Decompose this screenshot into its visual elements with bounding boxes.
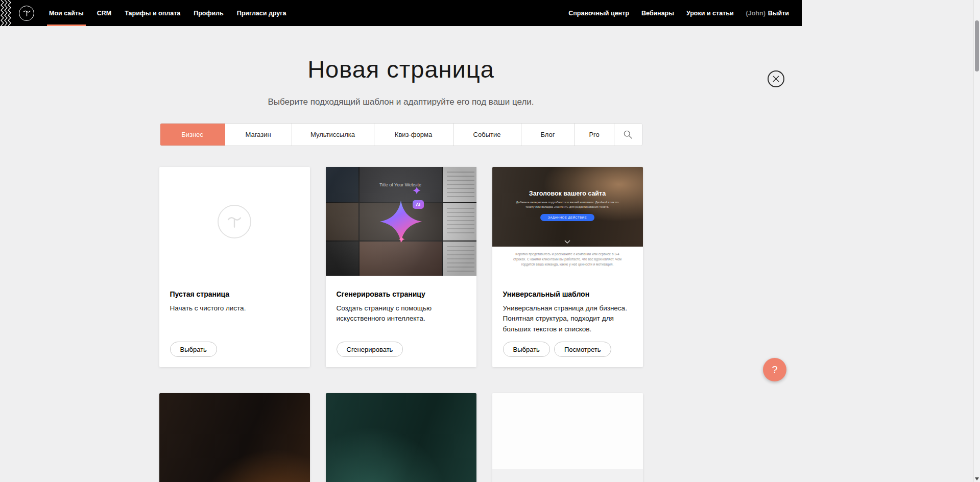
template-card-partial [326, 393, 476, 482]
tab-event[interactable]: Событие [453, 124, 521, 146]
help-button[interactable]: ? [763, 358, 786, 381]
user-name: (John) [746, 10, 766, 17]
logout-link[interactable]: Выйти [768, 10, 789, 17]
tab-multilink[interactable]: Мультиссылка [292, 124, 374, 146]
ai-badge: AI [413, 200, 424, 209]
card-actions: Выбрать [170, 342, 299, 357]
templates-grid: Пустая страница Начать с чистого листа. … [159, 167, 643, 482]
tab-quiz-form[interactable]: Квиз-форма [374, 124, 453, 146]
tilda-logo-icon [22, 9, 31, 17]
app-window: Мои сайты CRM Тарифы и оплата Профиль Пр… [0, 0, 802, 482]
template-thumbnail: Заголовок вашего сайта Добавьте интересн… [492, 167, 643, 276]
card-description: Создать страницу с помощью искусственног… [337, 303, 466, 324]
new-page-modal: Новая страница Выберите подходящий шабло… [0, 55, 802, 482]
tab-blog[interactable]: Блог [521, 124, 575, 146]
scrollbar-thumb[interactable] [975, 20, 979, 71]
search-icon [623, 130, 633, 139]
view-button[interactable]: Посмотреть [554, 342, 611, 357]
template-preview-image[interactable] [159, 393, 310, 482]
thumbnail-body-text: Коротко представьтесь и расскажите о ком… [513, 252, 622, 267]
tab-pro[interactable]: Pro [575, 124, 614, 146]
card-description: Универсальная страница для бизнеса. Поня… [503, 303, 632, 334]
template-preview-image[interactable] [326, 393, 476, 482]
card-title: Универсальный шаблон [503, 290, 632, 298]
close-button[interactable] [768, 70, 784, 87]
generate-button[interactable]: Сгенерировать [337, 342, 403, 357]
blank-template-preview[interactable] [159, 167, 310, 276]
card-title: Пустая страница [170, 290, 299, 298]
topbar: Мои сайты CRM Тарифы и оплата Профиль Пр… [0, 0, 802, 26]
tilda-watermark [218, 205, 251, 238]
zigzag-decoration [0, 0, 11, 26]
nav-item-invite-friend[interactable]: Пригласи друга [230, 0, 293, 26]
template-card-blank: Пустая страница Начать с чистого листа. … [159, 167, 310, 367]
chevron-down-icon [564, 240, 570, 244]
ai-collage-preview[interactable]: Title of Your Website [326, 167, 476, 276]
page-subtitle: Выберите подходящий шаблон и адаптируйте… [0, 97, 802, 107]
scrollbar-arrow-down-icon[interactable] [975, 477, 979, 480]
select-button[interactable]: Выбрать [503, 342, 550, 357]
nav-item-crm[interactable]: CRM [90, 0, 118, 26]
nav-item-profile[interactable]: Профиль [187, 0, 230, 26]
nav-item-pricing[interactable]: Тарифы и оплата [118, 0, 187, 26]
thumbnail-heading: Заголовок вашего сайта [492, 167, 643, 197]
template-card-partial [159, 393, 310, 482]
thumbnail-cta-button: ЗАДАННОЕ ДЕЙСТВИЕ [540, 214, 594, 221]
universal-template-preview[interactable]: Заголовок вашего сайта Добавьте интересн… [492, 167, 643, 276]
close-icon [773, 76, 779, 82]
card-actions: Выбрать Посмотреть [503, 342, 632, 357]
card-body: Сгенерировать страницу Создать страницу … [326, 276, 476, 367]
template-card-partial [492, 393, 643, 482]
ai-sparkle-small-icon [413, 186, 421, 195]
template-card-universal: Заголовок вашего сайта Добавьте интересн… [492, 167, 643, 367]
thumbnail-hero: Заголовок вашего сайта Добавьте интересн… [492, 167, 643, 247]
tilda-watermark-icon [226, 213, 243, 230]
right-nav: Справочный центр Вебинары Уроки и статьи… [562, 0, 802, 26]
select-button[interactable]: Выбрать [170, 342, 217, 357]
card-body: Универсальный шаблон Универсальная стран… [492, 276, 643, 367]
category-tabs: Бизнес Магазин Мультиссылка Квиз-форма С… [160, 123, 642, 146]
main-nav: Мои сайты CRM Тарифы и оплата Профиль Пр… [42, 0, 293, 26]
user-box: (John) Выйти [740, 10, 789, 17]
nav-item-help-center[interactable]: Справочный центр [562, 10, 635, 17]
question-mark-icon: ? [772, 364, 777, 376]
scrollbar[interactable] [973, 0, 980, 482]
thumbnail-body: Коротко представьтесь и расскажите о ком… [492, 247, 643, 276]
nav-item-my-sites[interactable]: Мои сайты [42, 0, 90, 26]
tab-shop[interactable]: Магазин [225, 124, 292, 146]
template-preview-image[interactable] [492, 393, 643, 482]
tab-search[interactable] [614, 124, 642, 146]
thumbnail-subheading: Добавьте интересные подробности о вашей … [512, 200, 623, 210]
card-actions: Сгенерировать [337, 342, 466, 357]
page-title: Новая страница [0, 55, 802, 83]
nav-item-webinars[interactable]: Вебинары [635, 10, 680, 17]
ai-sparkle-small-icon [398, 236, 405, 243]
tilda-logo[interactable] [19, 6, 34, 21]
card-body: Пустая страница Начать с чистого листа. … [159, 276, 310, 367]
nav-item-lessons[interactable]: Уроки и статьи [680, 10, 740, 17]
card-title: Сгенерировать страницу [337, 290, 466, 298]
card-description: Начать с чистого листа. [170, 303, 299, 314]
template-card-ai: Title of Your Website [326, 167, 476, 367]
tab-business[interactable]: Бизнес [160, 124, 225, 146]
